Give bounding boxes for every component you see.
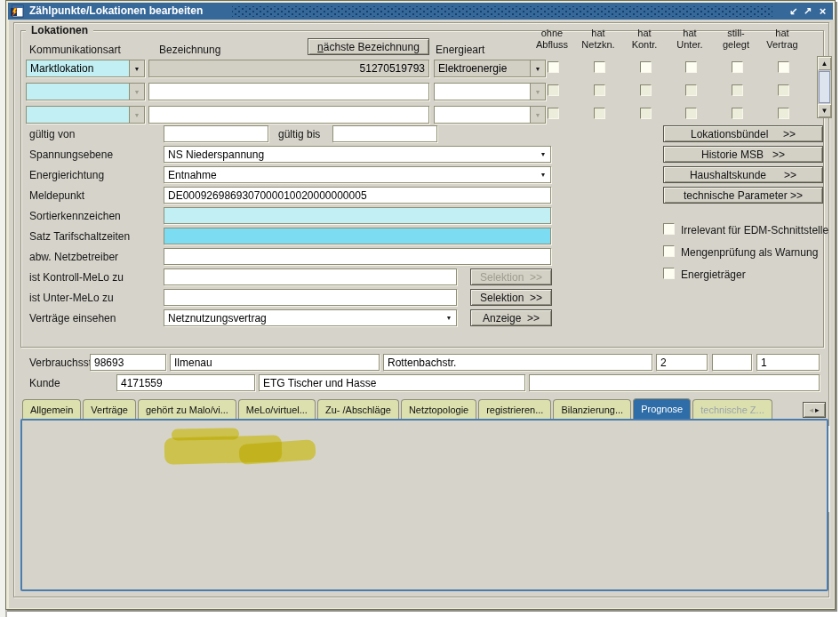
kontroll-melo-label: ist Kontroll-MeLo zu [29,271,124,284]
flag-header-stillgelegt: still-gelegt [711,28,761,51]
energieart-select[interactable]: Elektroenergie ▼ [434,60,546,77]
mengenpruefung-label: Mengenprüfung als Warnung [681,246,818,259]
energieart-select[interactable]: ▼ [434,83,546,100]
tarifschaltzeiten-field[interactable] [164,228,551,244]
kontroll-melo-field[interactable] [164,268,457,285]
tab-scroll-left-icon[interactable]: ◂ [809,405,813,414]
flag-checkbox[interactable] [594,61,605,73]
spannungsebene-label: Spannungsebene [29,148,113,161]
flag-checkbox[interactable] [594,84,605,96]
scrollbar-thumb[interactable] [819,71,830,103]
verbrauchsstelle-hausnr-field[interactable]: 2 [656,354,708,371]
kunde-zusatz-field[interactable] [529,374,820,391]
chevron-down-icon[interactable]: ▼ [129,60,144,76]
flag-checkbox[interactable] [548,61,559,73]
historie-msb-button[interactable]: Historie MSB >> [663,146,823,163]
kunde-nummer-field[interactable]: 4171559 [116,374,255,391]
gueltig-von-field[interactable] [164,125,268,142]
chevron-down-icon[interactable]: ▼ [129,107,144,123]
meldepunkt-field[interactable]: DE0009269869307000010020000000005 [164,187,551,204]
tab-bar: Allgemein Verträge gehört zu Malo/vi... … [22,400,772,419]
energierichtung-select[interactable]: Entnahme ▼ [164,166,551,183]
verbrauchsstelle-plz-field[interactable]: 98693 [90,354,166,371]
flag-checkbox[interactable] [732,108,743,119]
tab-scroller-button[interactable]: ◂ ▸ [803,402,826,418]
tab-scroll-right-icon[interactable]: ▸ [815,405,820,414]
rows-scrollbar[interactable]: ▲ ▼ [817,56,832,118]
close-icon[interactable]: × [816,4,829,18]
netzbetreiber-field[interactable] [164,248,551,265]
flag-checkbox[interactable] [732,61,743,73]
tab-prognose[interactable]: Prognose [633,398,691,419]
flag-checkbox[interactable] [778,84,789,96]
haushaltskunde-button[interactable]: Haushaltskunde >> [663,166,823,183]
verbrauchsstelle-ort-field[interactable]: Ilmenau [170,354,380,371]
tab-technische-z[interactable]: technische Z... [692,399,772,419]
vertraege-select[interactable]: Netznutzungsvertrag ▼ [164,309,457,326]
chevron-down-icon[interactable]: ▼ [530,84,545,100]
spannungsebene-select[interactable]: NS Niederspannung ▼ [164,146,551,163]
flag-checkbox[interactable] [548,108,559,119]
selektion-kontroll-button[interactable]: Selektion >> [470,268,552,285]
flag-checkbox[interactable] [732,84,743,96]
gueltig-bis-field[interactable] [332,125,437,142]
verbrauchsstelle-nr2-field[interactable]: 1 [756,354,820,371]
bezeichnung-field[interactable] [148,106,429,124]
irrelevant-edm-checkbox[interactable] [663,223,675,235]
kommunikationsart-select[interactable]: Marktlokation ▼ [26,60,145,77]
flag-checkbox[interactable] [685,108,697,119]
meldepunkt-label: Meldepunkt [29,189,84,202]
verbrauchsstelle-zusatz-field[interactable] [712,354,752,371]
flag-header-hat-kontr: hatKontr. [620,28,669,51]
bezeichnung-field[interactable] [148,83,429,100]
bezeichnung-field[interactable]: 51270519793 [148,60,429,77]
flag-checkbox[interactable] [640,61,652,73]
flag-checkbox[interactable] [594,108,605,119]
tab-melo-virtuell[interactable]: MeLo/virtuel... [238,399,316,419]
mengenpruefung-checkbox[interactable] [663,245,675,257]
technische-parameter-button[interactable]: technische Parameter >> [663,187,823,204]
anzeige-button[interactable]: Anzeige >> [470,309,552,326]
tab-registrieren[interactable]: registrieren... [478,399,551,419]
minimize-icon[interactable]: ↙ [787,4,800,18]
kunde-name-field[interactable]: ETG Tischer und Hasse [259,374,525,391]
unter-melo-field[interactable] [164,289,457,306]
selektion-unter-button[interactable]: Selektion >> [470,289,552,306]
chevron-down-icon[interactable]: ▼ [530,60,545,76]
tab-vertraege[interactable]: Verträge [83,399,136,419]
netzbetreiber-label: abw. Netzbetreiber [29,251,118,263]
window-titlebar[interactable]: Zählpunkte/Lokationen bearbeiten ↙ ↗ × [8,3,833,20]
flag-checkbox[interactable] [685,61,697,73]
flag-checkbox[interactable] [640,108,652,119]
flag-checkbox[interactable] [548,84,559,96]
lokationsbuendel-button[interactable]: Lokationsbündel >> [663,125,823,142]
flag-checkbox[interactable] [778,108,789,119]
prognose-tab-panel [20,419,828,591]
flag-checkbox[interactable] [685,84,697,96]
chevron-down-icon[interactable]: ▼ [536,167,550,182]
verbrauchsstelle-strasse-field[interactable]: Rottenbachstr. [383,354,652,371]
flag-checkbox[interactable] [778,61,789,73]
chevron-down-icon[interactable]: ▼ [442,310,456,325]
naechste-bezeichnung-button[interactable]: nächste Bezeichnung [308,38,429,55]
energieart-select[interactable]: ▼ [434,106,546,124]
scroll-down-icon[interactable]: ▼ [818,104,831,117]
tab-allgemein[interactable]: Allgemein [22,399,81,419]
scroll-up-icon[interactable]: ▲ [818,57,831,70]
flag-header-hat-vertrag: hatVertrag [757,28,807,51]
energietraeger-checkbox[interactable] [663,268,675,279]
chevron-down-icon[interactable]: ▼ [536,147,550,162]
tab-netztopologie[interactable]: Netztopologie [401,399,476,419]
energietraeger-label: Energieträger [681,268,746,281]
tarifschaltzeiten-label: Satz Tarifschaltzeiten [29,230,130,243]
tab-zu-abschlaege[interactable]: Zu- /Abschläge [317,399,399,419]
chevron-down-icon[interactable]: ▼ [530,107,545,123]
kommunikationsart-select[interactable]: ▼ [26,106,145,124]
sortierkennzeichen-field[interactable] [164,207,551,224]
kommunikationsart-select[interactable]: ▼ [26,83,145,100]
chevron-down-icon[interactable]: ▼ [129,84,144,100]
tab-bilanzierung[interactable]: Bilanzierung... [553,399,631,419]
flag-checkbox[interactable] [640,84,652,96]
tab-gehoert-zu-malo[interactable]: gehört zu Malo/vi... [138,399,236,419]
restore-icon[interactable]: ↗ [801,4,814,18]
